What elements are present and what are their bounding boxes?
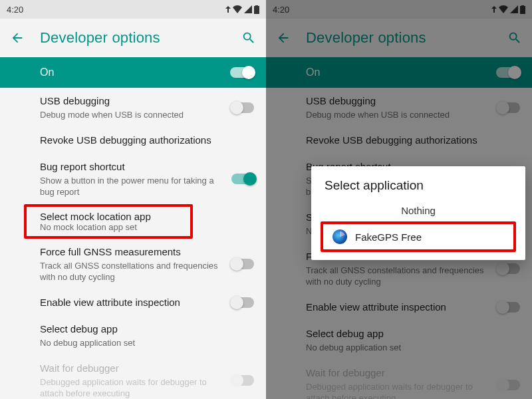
item-revoke-usb-auth[interactable]: Revoke USB debugging authorizations bbox=[0, 127, 266, 154]
arrow-back-icon bbox=[10, 31, 25, 45]
item-subtitle: Debugged application waits for debugger … bbox=[40, 376, 229, 399]
search-icon bbox=[241, 31, 256, 45]
switch-view-attr[interactable] bbox=[231, 297, 254, 308]
item-force-gnss[interactable]: Force full GNSS measurements Track all G… bbox=[0, 239, 266, 289]
switch-gnss[interactable] bbox=[231, 259, 254, 269]
screen-left: 4:20 Developer options On USB debuggi bbox=[0, 0, 266, 399]
signal-icon bbox=[244, 5, 252, 13]
settings-list: USB debugging Debug mode when USB is con… bbox=[0, 88, 266, 399]
master-toggle-label: On bbox=[40, 66, 54, 78]
globe-icon bbox=[332, 229, 347, 244]
search-button[interactable] bbox=[239, 29, 258, 47]
master-toggle-bar[interactable]: On bbox=[0, 57, 266, 88]
highlight-mock-location: Select mock location app No mock locatio… bbox=[24, 204, 193, 239]
master-toggle-switch[interactable] bbox=[230, 67, 253, 78]
item-title: Wait for debugger bbox=[40, 362, 229, 375]
item-subtitle: Debug mode when USB is connected bbox=[40, 109, 229, 120]
app-bar: Developer options bbox=[0, 19, 266, 57]
item-select-debug-app[interactable]: Select debug app No debug application se… bbox=[0, 316, 266, 355]
item-title: Enable view attribute inspection bbox=[40, 296, 229, 309]
item-subtitle: Show a button in the power menu for taki… bbox=[40, 175, 229, 198]
switch-bug-report[interactable] bbox=[231, 174, 254, 184]
item-subtitle: No mock location app set bbox=[40, 222, 182, 232]
switch-usb-debugging[interactable] bbox=[231, 102, 254, 113]
dialog-option-nothing[interactable]: Nothing bbox=[321, 200, 516, 221]
back-button[interactable] bbox=[8, 29, 27, 47]
dialog-option-label: FakeGPS Free bbox=[355, 231, 422, 243]
item-subtitle: No debug application set bbox=[40, 337, 229, 348]
item-select-mock-location[interactable]: Select mock location app No mock locatio… bbox=[40, 211, 182, 232]
item-title: Bug report shortcut bbox=[40, 160, 229, 174]
switch-wait-debugger bbox=[231, 375, 254, 386]
highlight-fakegps: FakeGPS Free bbox=[321, 221, 516, 252]
caret-icon bbox=[225, 6, 231, 13]
item-usb-debugging[interactable]: USB debugging Debug mode when USB is con… bbox=[0, 88, 266, 127]
item-title: Revoke USB debugging authorizations bbox=[40, 134, 229, 147]
item-title: Select debug app bbox=[40, 323, 229, 336]
wifi-icon bbox=[233, 5, 242, 13]
dialog-option-fakegps[interactable]: FakeGPS Free bbox=[325, 225, 512, 248]
item-wait-for-debugger: Wait for debugger Debugged application w… bbox=[0, 355, 266, 399]
status-bar: 4:20 bbox=[0, 0, 266, 19]
item-subtitle: Track all GNSS constellations and freque… bbox=[40, 260, 229, 283]
status-icons bbox=[225, 5, 259, 14]
dialog-title: Select application bbox=[321, 178, 516, 193]
status-time: 4:20 bbox=[7, 5, 23, 15]
page-title: Developer options bbox=[27, 29, 239, 47]
battery-icon bbox=[254, 5, 259, 14]
screen-right: 4:20 Developer options On USB debuggi bbox=[266, 0, 532, 399]
item-title: USB debugging bbox=[40, 94, 229, 108]
item-bug-report-shortcut[interactable]: Bug report shortcut Show a button in the… bbox=[0, 154, 266, 204]
item-title: Force full GNSS measurements bbox=[40, 245, 229, 259]
item-view-attr-inspection[interactable]: Enable view attribute inspection bbox=[0, 289, 266, 316]
select-application-dialog: Select application Nothing FakeGPS Free bbox=[311, 166, 525, 260]
item-title: Select mock location app bbox=[40, 211, 182, 222]
